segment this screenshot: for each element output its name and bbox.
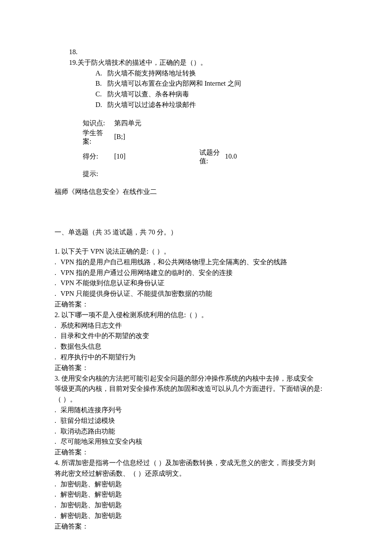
dot-bullet: .: [55, 257, 61, 268]
knowledge-point-label: 知识点:: [83, 118, 114, 129]
question-2-option-b: .目录和文件中的不期望的改变: [55, 331, 337, 341]
question-3-option-a-text: 采用随机连接序列号: [61, 406, 122, 413]
dot-bullet: .: [55, 479, 61, 490]
question-2-option-b-text: 目录和文件中的不期望的改变: [61, 332, 149, 339]
question-3-option-a: .采用随机连接序列号: [55, 405, 337, 416]
question-4-answer-label: 正确答案：: [55, 521, 337, 532]
option-d: D. 防火墙可以过滤各种垃圾邮件: [95, 100, 337, 110]
knowledge-point-value: 第四单元: [114, 118, 141, 129]
question-1-option-a: .VPN 指的是用户自己租用线路，和公共网络物理上完全隔离的、安全的线路: [55, 257, 337, 268]
option-d-label: D.: [95, 100, 107, 110]
question-19-stem: 19.关于防火墙技术的描述中，正确的是（）。: [69, 58, 337, 68]
question-2: 2. 以下哪一项不是入侵检测系统利用的信息:（ ）。 .系统和网络日志文件 .目…: [55, 310, 337, 373]
dot-bullet: .: [55, 436, 61, 447]
question-4-option-d: .解密钥匙、加密钥匙: [55, 511, 337, 521]
question-1-answer-label: 正确答案：: [55, 299, 337, 310]
option-c: C. 防火墙可以查、杀各种病毒: [95, 89, 337, 100]
dot-bullet: .: [55, 331, 61, 341]
hint-label: 提示:: [83, 169, 114, 179]
question-19-text: 关于防火墙技术的描述中，正确的是（）。: [78, 59, 207, 66]
hint-row: 提示:: [83, 169, 337, 179]
dot-bullet: .: [55, 489, 61, 500]
option-a: A. 防火墙不能支持网络地址转换: [95, 68, 337, 79]
student-answer-row: 学生答 案: [B;]: [83, 129, 337, 146]
dot-bullet: .: [55, 341, 61, 352]
question-1-stem: 1. 以下关于 VPN 说法正确的是:（ ）。: [55, 246, 337, 257]
question-2-option-a-text: 系统和网络日志文件: [61, 322, 122, 329]
option-c-label: C.: [95, 89, 107, 100]
option-b: B. 防火墙可以布置在企业内部网和 Internet 之间: [95, 78, 337, 89]
question-3-option-d-text: 尽可能地采用独立安全内核: [61, 438, 142, 445]
question-4-option-b-text: 解密钥匙、解密钥匙: [61, 491, 122, 498]
question-1-option-b: .VPN 指的是用户通过公用网络建立的临时的、安全的连接: [55, 268, 337, 278]
question-4-option-c-text: 加密钥匙、加密钥匙: [61, 501, 122, 509]
question-3-stem-line1: 3. 使用安全内核的方法把可能引起安全问题的部分冲操作系统的内核中去掉，形成安全: [55, 373, 337, 384]
question-4-option-a: .加密钥匙、解密钥匙: [55, 479, 337, 490]
question-2-option-c: .数据包头信息: [55, 341, 337, 352]
score-row: 得分: [10] 试题分 值: 10.0: [83, 148, 337, 165]
option-b-label: B.: [95, 78, 107, 89]
section-title: 一、单选题（共 35 道试题，共 70 分。）: [55, 227, 337, 238]
homework-title: 福师《网络信息安全》在线作业二: [55, 187, 337, 197]
question-3-option-c: .取消动态路由功能: [55, 426, 337, 437]
question-3-stem-line3: （ ）。: [55, 394, 337, 405]
student-answer-value: [B;]: [114, 132, 125, 142]
question-3-answer-label: 正确答案：: [55, 447, 337, 458]
question-19-meta: 知识点: 第四单元 学生答 案: [B;] 得分: [10] 试题分 值: 10…: [83, 118, 337, 179]
dot-bullet: .: [55, 278, 61, 289]
student-answer-label-line1: 学生答: [83, 129, 114, 137]
question-4-option-c: .加密钥匙、加密钥匙: [55, 500, 337, 511]
option-d-text: 防火墙可以过滤各种垃圾邮件: [107, 100, 196, 110]
question-3-option-b: .驻留分组过滤模块: [55, 416, 337, 426]
question-3-option-b-text: 驻留分组过滤模块: [61, 417, 115, 424]
question-1-option-a-text: VPN 指的是用户自己租用线路，和公共网络物理上完全隔离的、安全的线路: [61, 258, 287, 266]
question-1-option-d-text: VPN 只能提供身份认证、不能提供加密数据的功能: [61, 290, 212, 297]
question-3-stem-line2: 等级更高的内核，目前对安全操作系统的加固和改造可以从几个方面进行。下面错误的是:: [55, 384, 337, 394]
question-4-option-b: .解密钥匙、解密钥匙: [55, 489, 337, 500]
question-4-stem-line1: 4. 所谓加密是指将一个信息经过（ ）及加密函数转换，变成无意义的密文，而接受方…: [55, 458, 337, 468]
question-2-answer-label: 正确答案：: [55, 363, 337, 373]
question-4-stem-line2: 将此密文经过解密函数、（ ）还原成明文。: [55, 468, 337, 479]
question-1-option-b-text: VPN 指的是用户通过公用网络建立的临时的、安全的连接: [61, 269, 233, 276]
option-a-label: A.: [95, 68, 107, 79]
question-2-option-c-text: 数据包头信息: [61, 343, 101, 350]
question-1-option-d: .VPN 只能提供身份认证、不能提供加密数据的功能: [55, 289, 337, 299]
question-3-option-d: .尽可能地采用独立安全内核: [55, 436, 337, 447]
question-4: 4. 所谓加密是指将一个信息经过（ ）及加密函数转换，变成无意义的密文，而接受方…: [55, 458, 337, 532]
student-answer-label: 学生答 案:: [83, 129, 114, 146]
knowledge-point-row: 知识点: 第四单元: [83, 118, 337, 129]
dot-bullet: .: [55, 268, 61, 278]
question-4-option-a-text: 加密钥匙、解密钥匙: [61, 480, 122, 488]
item-score-label: 试题分 值:: [199, 148, 225, 165]
question-19-options: A. 防火墙不能支持网络地址转换 B. 防火墙可以布置在企业内部网和 Inter…: [95, 68, 337, 110]
score-label: 得分:: [83, 151, 114, 162]
dot-bullet: .: [55, 352, 61, 363]
question-3-option-c-text: 取消动态路由功能: [61, 428, 115, 435]
question-2-option-a: .系统和网络日志文件: [55, 321, 337, 331]
item-score-label-line1: 试题分: [199, 148, 225, 157]
dot-bullet: .: [55, 405, 61, 416]
question-4-option-d-text: 解密钥匙、加密钥匙: [61, 512, 122, 519]
dot-bullet: .: [55, 416, 61, 426]
item-score-value: 10.0: [225, 151, 237, 162]
student-answer-label-line2: 案:: [83, 137, 114, 146]
dot-bullet: .: [55, 511, 61, 521]
question-1-option-c-text: VPN 不能做到信息认证和身份认证: [61, 279, 164, 286]
option-a-text: 防火墙不能支持网络地址转换: [107, 68, 196, 79]
question-19-number: 19.: [69, 59, 78, 66]
item-score-label-line2: 值:: [199, 157, 225, 165]
question-2-option-d: .程序执行中的不期望行为: [55, 352, 337, 363]
score-value: [10]: [114, 151, 174, 162]
dot-bullet: .: [55, 426, 61, 437]
question-2-option-d-text: 程序执行中的不期望行为: [61, 353, 135, 361]
dot-bullet: .: [55, 321, 61, 331]
dot-bullet: .: [55, 289, 61, 299]
dot-bullet: .: [55, 500, 61, 511]
option-b-text: 防火墙可以布置在企业内部网和 Internet 之间: [107, 78, 241, 89]
question-2-stem: 2. 以下哪一项不是入侵检测系统利用的信息:（ ）。: [55, 310, 337, 321]
question-3: 3. 使用安全内核的方法把可能引起安全问题的部分冲操作系统的内核中去掉，形成安全…: [55, 373, 337, 458]
option-c-text: 防火墙可以查、杀各种病毒: [107, 89, 189, 100]
question-18-placeholder: 18.: [69, 47, 337, 58]
question-1-option-c: .VPN 不能做到信息认证和身份认证: [55, 278, 337, 289]
question-1: 1. 以下关于 VPN 说法正确的是:（ ）。 .VPN 指的是用户自己租用线路…: [55, 246, 337, 310]
